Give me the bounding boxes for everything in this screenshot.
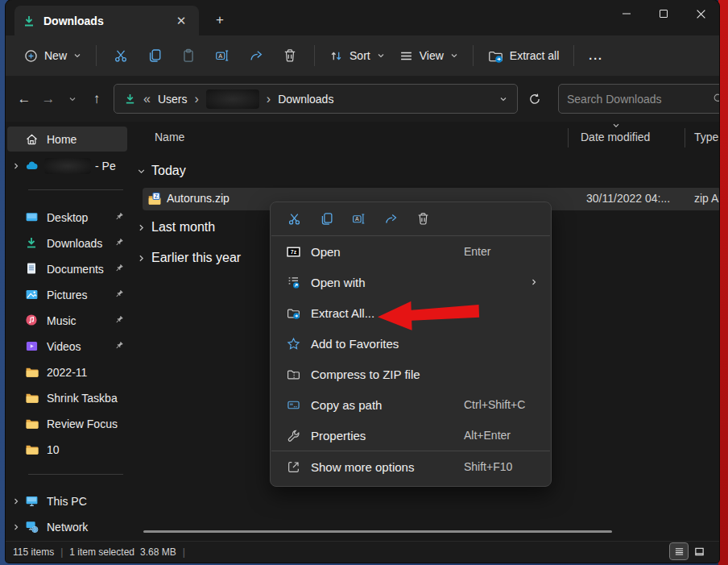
pin-icon bbox=[114, 315, 124, 326]
sidebar-item-desktop[interactable]: Desktop bbox=[7, 205, 127, 230]
music-icon bbox=[25, 314, 39, 328]
sidebar-item-review-focus[interactable]: Review Focus bbox=[7, 411, 127, 436]
sidebar-item-videos[interactable]: Videos bbox=[7, 334, 127, 359]
expand-chevron-icon[interactable] bbox=[7, 497, 25, 505]
delete-button[interactable] bbox=[407, 206, 439, 232]
refresh-button[interactable] bbox=[521, 85, 548, 113]
view-button[interactable]: View bbox=[392, 41, 465, 70]
sidebar-item-downloads[interactable]: Downloads bbox=[7, 231, 127, 255]
rename-button[interactable]: A bbox=[342, 206, 374, 232]
see-more-button[interactable]: ... bbox=[581, 41, 610, 70]
toolbar-separator bbox=[96, 45, 97, 66]
status-bar: 115 items | 1 item selected 3.68 MB | bbox=[6, 541, 719, 563]
column-header-date-modified[interactable]: Date modified bbox=[581, 131, 650, 143]
breadcrumb-username-redacted[interactable] bbox=[206, 89, 259, 109]
close-button[interactable] bbox=[682, 0, 719, 27]
column-separator[interactable] bbox=[568, 128, 569, 147]
new-button[interactable]: New bbox=[17, 41, 89, 70]
download-icon bbox=[23, 15, 35, 27]
sidebar-item-this-pc[interactable]: This PC bbox=[7, 488, 127, 513]
sidebar-item-2022-11[interactable]: 2022-11 bbox=[7, 359, 127, 384]
menu-item-label: Copy as path bbox=[311, 398, 382, 412]
menu-item-shortcut: Ctrl+Shift+C bbox=[464, 398, 525, 411]
recent-locations-button[interactable] bbox=[60, 86, 85, 112]
sidebar-item-label: Videos bbox=[47, 340, 114, 353]
svg-text:A: A bbox=[355, 216, 359, 222]
group-label: Last month bbox=[151, 220, 215, 235]
sidebar-item-label: 2022-11 bbox=[47, 366, 127, 379]
minimize-button[interactable] bbox=[608, 0, 645, 27]
column-header-type[interactable]: Type bbox=[694, 131, 718, 143]
sidebar-item-home[interactable]: Home bbox=[7, 127, 127, 152]
sidebar-item-onedrive[interactable]: - Pe bbox=[7, 153, 127, 178]
collapse-chevron-icon[interactable] bbox=[137, 254, 148, 263]
menu-item-open-with[interactable]: Open with bbox=[271, 267, 551, 297]
back-button[interactable]: ← bbox=[12, 86, 36, 112]
navigation-pane: Home - Pe Desktop Downloads bbox=[6, 122, 129, 542]
7zip-icon: 7z bbox=[287, 245, 300, 259]
rename-button[interactable]: A bbox=[205, 41, 239, 70]
column-separator[interactable] bbox=[685, 128, 685, 147]
horizontal-scrollbar[interactable] bbox=[143, 530, 612, 533]
up-button[interactable]: ↑ bbox=[85, 86, 109, 112]
copy-as-path-icon bbox=[287, 398, 300, 412]
menu-item-label: Properties bbox=[311, 429, 366, 442]
address-bar[interactable]: « Users › › Downloads bbox=[114, 84, 518, 114]
plus-circle-icon bbox=[24, 49, 38, 63]
maximize-button[interactable] bbox=[645, 0, 682, 27]
extract-all-button[interactable]: Extract all bbox=[481, 41, 566, 70]
column-header-name[interactable]: Name bbox=[155, 131, 184, 143]
sidebar-item-pictures[interactable]: Pictures bbox=[7, 282, 127, 307]
sidebar-item-10[interactable]: 10 bbox=[7, 437, 127, 462]
large-icons-view-button[interactable] bbox=[690, 543, 708, 559]
sidebar-item-documents[interactable]: Documents bbox=[7, 256, 127, 281]
paste-button[interactable] bbox=[172, 41, 205, 70]
sidebar-item-shrink-taskbar[interactable]: Shrink Taskba bbox=[7, 385, 127, 410]
expand-chevron-icon[interactable] bbox=[7, 162, 25, 170]
collapse-chevron-icon[interactable] bbox=[137, 223, 148, 232]
menu-item-properties[interactable]: Properties Alt+Enter bbox=[271, 420, 551, 451]
folder-icon bbox=[25, 391, 39, 405]
delete-button[interactable] bbox=[273, 41, 307, 70]
breadcrumb-overflow[interactable]: « bbox=[143, 93, 151, 106]
sidebar-item-network[interactable]: Network bbox=[7, 514, 127, 539]
search-box[interactable] bbox=[558, 84, 719, 114]
chevron-down-icon bbox=[73, 52, 81, 60]
zip-folder-icon bbox=[287, 368, 300, 381]
document-icon bbox=[25, 262, 39, 276]
expand-chevron-icon[interactable] bbox=[7, 523, 25, 531]
context-menu: A 7z Open Enter Open with bbox=[270, 201, 552, 487]
menu-item-compress-to-zip[interactable]: Compress to ZIP file bbox=[271, 359, 551, 389]
menu-item-copy-as-path[interactable]: Copy as path Ctrl+Shift+C bbox=[271, 389, 551, 420]
menu-item-show-more-options[interactable]: Show more options Shift+F10 bbox=[271, 451, 551, 482]
menu-item-open[interactable]: 7z Open Enter bbox=[271, 236, 551, 267]
sort-button[interactable]: Sort bbox=[322, 41, 392, 70]
sort-arrows-icon bbox=[329, 49, 343, 63]
share-button[interactable] bbox=[374, 206, 407, 232]
breadcrumb-users[interactable]: Users bbox=[158, 93, 188, 106]
group-header-today[interactable]: Today bbox=[129, 159, 719, 183]
details-view-button[interactable] bbox=[670, 543, 688, 559]
cut-button[interactable] bbox=[278, 206, 310, 232]
svg-text:Z: Z bbox=[155, 193, 158, 199]
cut-button[interactable] bbox=[104, 41, 138, 70]
new-tab-button[interactable]: + bbox=[209, 10, 231, 31]
large-icons-view-icon bbox=[694, 546, 705, 557]
collapse-chevron-icon[interactable] bbox=[137, 167, 148, 176]
sidebar-item-music[interactable]: Music bbox=[7, 308, 127, 333]
breadcrumb-downloads[interactable]: Downloads bbox=[278, 93, 333, 106]
share-button[interactable] bbox=[239, 41, 273, 70]
pin-icon bbox=[114, 212, 124, 222]
copy-button[interactable] bbox=[138, 41, 172, 70]
sidebar-item-label: Downloads bbox=[47, 237, 114, 250]
address-dropdown-icon[interactable] bbox=[499, 95, 507, 103]
copy-button[interactable] bbox=[310, 206, 342, 232]
picture-icon bbox=[25, 288, 39, 302]
forward-button[interactable]: → bbox=[36, 86, 60, 112]
tab-close-icon[interactable]: ✕ bbox=[172, 11, 191, 31]
sort-direction-icon bbox=[612, 123, 620, 129]
search-input[interactable] bbox=[567, 93, 713, 106]
sidebar-item-label: Music bbox=[47, 314, 114, 327]
tab-downloads[interactable]: Downloads ✕ bbox=[14, 6, 199, 35]
refresh-icon bbox=[528, 93, 541, 106]
